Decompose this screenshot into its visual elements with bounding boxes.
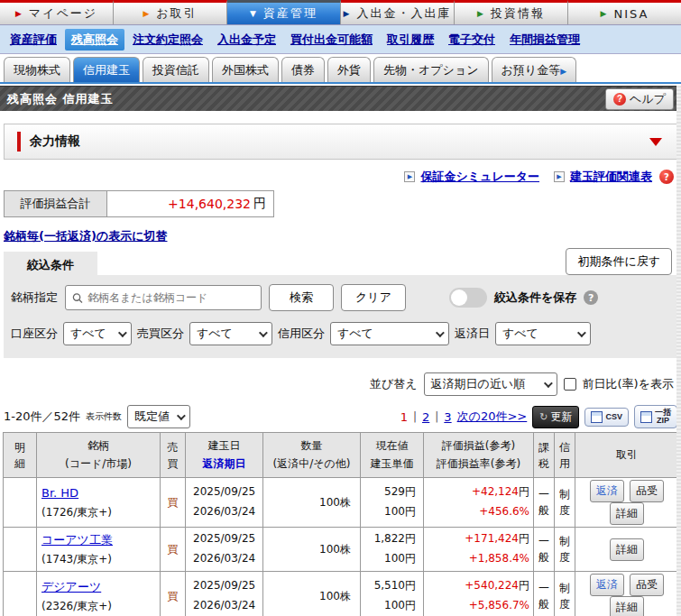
pl-summary-table: 評価損益合計 +14,640,232 円 bbox=[4, 190, 274, 217]
help-button[interactable]: ? ヘルプ bbox=[605, 88, 674, 110]
subnav-trade-history[interactable]: 取引履歴 bbox=[381, 29, 440, 51]
scrollbar[interactable] bbox=[676, 86, 681, 616]
nav-investment-info[interactable]: ▶ 投資情報 bbox=[455, 0, 568, 24]
pl-summary-label: 評価損益合計 bbox=[5, 191, 107, 216]
refresh-button[interactable]: ↻ 更新 bbox=[532, 406, 579, 428]
save-conditions-toggle[interactable] bbox=[449, 288, 487, 308]
stock-link[interactable]: コーアツ工業 bbox=[41, 533, 113, 547]
dates-cell: 2025/09/25 2026/03/24 bbox=[186, 478, 263, 528]
nav-asset-management[interactable]: ▼ 資産管理 bbox=[227, 0, 341, 24]
nav-mypage[interactable]: ▶ マイページ bbox=[0, 0, 114, 24]
side-type-label: 売買区分 bbox=[137, 326, 184, 342]
subnav-asset-valuation[interactable]: 資産評価 bbox=[4, 29, 63, 51]
valuation-help-icon[interactable]: ? bbox=[659, 170, 674, 184]
sub-navigation: 資産評価 残高照会 注文約定照会 入出金予定 買付出金可能額 取引履歴 電子交付… bbox=[0, 25, 681, 54]
detail-button[interactable]: 詳細 bbox=[610, 538, 644, 561]
side-type-select[interactable]: すべて bbox=[189, 322, 272, 345]
subnav-balance-inquiry[interactable]: 残高照会 bbox=[65, 29, 124, 51]
clear-button[interactable]: クリア bbox=[341, 284, 406, 311]
csv-button[interactable]: CSV bbox=[584, 408, 629, 427]
nav-nisa[interactable]: ▶ NISA bbox=[568, 0, 681, 24]
prev-day-change-checkbox[interactable] bbox=[564, 378, 576, 391]
tab-foreign-equity[interactable]: 外国株式 bbox=[212, 57, 279, 82]
next-page-link[interactable]: 次の20件>> bbox=[457, 409, 528, 425]
tab-cash-equity[interactable]: 現物株式 bbox=[4, 57, 70, 82]
tab-bonds[interactable]: 債券 bbox=[281, 57, 325, 82]
link-box-icon: ▶ bbox=[554, 171, 565, 182]
page-3-link[interactable]: 3 bbox=[444, 410, 451, 424]
tax-cell: 一 般 bbox=[534, 528, 555, 572]
margin-simulator-link[interactable]: 保証金シミュレーター bbox=[420, 169, 539, 185]
nav-deposit-withdrawal[interactable]: ▶ 入出金・入出庫 bbox=[341, 0, 455, 24]
margin-type-label: 信用区分 bbox=[278, 326, 325, 342]
right-arrow-icon: ▶ bbox=[15, 9, 23, 18]
chevron-down-icon bbox=[544, 379, 553, 388]
per-page-select[interactable]: 既定値 bbox=[127, 405, 190, 428]
subnav-order-execution[interactable]: 注文約定照会 bbox=[126, 29, 209, 51]
nav-label: マイページ bbox=[29, 5, 97, 22]
tab-margin-positions[interactable]: 信用建玉 bbox=[73, 57, 140, 82]
tab-mutual-funds[interactable]: 投資信託 bbox=[143, 57, 209, 82]
positions-table: 明 細 銘柄 (コード/市場) 売 買 建玉日 返済期日 数量 (返済中/その他… bbox=[3, 432, 679, 616]
side-cell: 買 bbox=[161, 528, 186, 572]
current-page: 1 bbox=[400, 410, 408, 424]
valuation-table-link[interactable]: 建玉評価関連表 bbox=[570, 169, 652, 185]
search-button[interactable]: 検索 bbox=[269, 284, 334, 311]
chevron-down-icon bbox=[436, 328, 445, 337]
dates-cell: 2025/09/25 2026/03/24 bbox=[186, 572, 263, 616]
detail-button[interactable]: 詳細 bbox=[610, 596, 644, 616]
header-dates: 建玉日 返済期日 bbox=[186, 433, 263, 478]
stock-link[interactable]: デジアーツ bbox=[41, 580, 101, 593]
detail-button[interactable]: 詳細 bbox=[610, 502, 644, 525]
repay-button[interactable]: 返済 bbox=[590, 480, 624, 502]
repay-button[interactable]: 返済 bbox=[590, 574, 624, 596]
reset-conditions-button[interactable]: 初期条件に戻す bbox=[566, 248, 672, 275]
account-type-select[interactable]: すべて bbox=[63, 322, 132, 345]
price-cell: 5,510円 100円 bbox=[361, 572, 424, 616]
save-conditions-label: 絞込条件を保存 bbox=[494, 290, 576, 306]
expand-triangle-icon bbox=[649, 138, 662, 146]
stock-cell: コーアツ工業 (1743/東京+) bbox=[37, 528, 161, 572]
refresh-icon: ↻ bbox=[539, 411, 548, 423]
nav-label: お取引 bbox=[156, 5, 197, 22]
margin-cell: 制 度 bbox=[555, 478, 575, 528]
quantity-cell: 100株 bbox=[263, 478, 361, 528]
page-title-bar: 残高照会 信用建玉 ? ヘルプ bbox=[0, 86, 681, 111]
table-icon bbox=[591, 411, 603, 423]
pl-cell: +540,224円 +5,856.7% bbox=[424, 572, 534, 616]
stock-link[interactable]: Br. HD bbox=[41, 486, 78, 500]
nav-trade[interactable]: ▶ お取引 bbox=[114, 0, 227, 24]
due-date-select[interactable]: すべて bbox=[495, 322, 591, 345]
help-question-icon: ? bbox=[613, 93, 626, 106]
tab-deposits[interactable]: お預り金等▶ bbox=[492, 57, 577, 82]
dates-cell: 2025/09/25 2026/03/24 bbox=[186, 528, 263, 572]
receive-button[interactable]: 品受 bbox=[630, 480, 664, 502]
subnav-buying-power[interactable]: 買付出金可能額 bbox=[284, 29, 379, 51]
page-2-link[interactable]: 2 bbox=[422, 410, 429, 424]
switch-view-link[interactable]: 銘柄毎(一括返済)の表示に切替 bbox=[4, 228, 168, 244]
tab-futures-options[interactable]: 先物・オプション bbox=[373, 57, 489, 82]
filter-panel: 銘柄指定 検索 クリア 絞込条件を保存 ? 口座区分 すべて 売買区分 すべて … bbox=[4, 275, 677, 358]
sort-label: 並び替え bbox=[370, 376, 418, 392]
pl-cell: +42,124円 +456.6% bbox=[424, 478, 534, 528]
right-arrow-icon: ▶ bbox=[344, 9, 352, 18]
accordion-title: 余力情報 bbox=[30, 133, 80, 150]
zip-button[interactable]: 一括 ZIP bbox=[634, 405, 677, 428]
prev-day-change-label: 前日比(率)を表示 bbox=[583, 376, 674, 392]
right-arrow-icon: ▶ bbox=[601, 9, 609, 18]
sort-select[interactable]: 返済期日の近い順 bbox=[424, 372, 557, 396]
tax-cell: 一 般 bbox=[534, 572, 555, 616]
save-help-icon[interactable]: ? bbox=[584, 290, 598, 305]
margin-type-select[interactable]: すべて bbox=[330, 322, 449, 345]
subnav-e-delivery[interactable]: 電子交付 bbox=[442, 29, 502, 51]
header-pl: 評価損益(参考) 評価損益率(参考) bbox=[424, 433, 534, 478]
margin-power-accordion[interactable]: 余力情報 bbox=[4, 124, 677, 160]
chevron-down-icon bbox=[118, 328, 127, 337]
right-arrow-icon: ▶ bbox=[477, 9, 485, 18]
subnav-deposit-schedule[interactable]: 入出金予定 bbox=[211, 29, 282, 51]
stock-cell: デジアーツ (2326/東京+) bbox=[37, 572, 161, 616]
receive-button[interactable]: 品受 bbox=[630, 574, 664, 596]
tab-fx[interactable]: 外貨 bbox=[327, 57, 371, 82]
stock-search-input[interactable] bbox=[87, 291, 254, 304]
subnav-annual-pl[interactable]: 年間損益管理 bbox=[503, 29, 586, 51]
